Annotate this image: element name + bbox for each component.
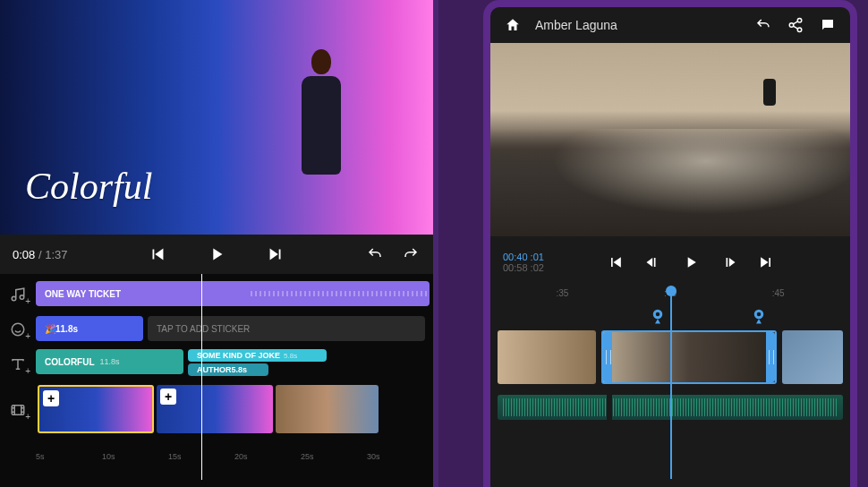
history-controls <box>365 244 421 264</box>
text-clip-joke[interactable]: SOME KIND OF JOKE5.8s <box>188 349 327 362</box>
marker-icon[interactable] <box>751 307 767 327</box>
redo-button[interactable] <box>401 244 421 264</box>
video-preview[interactable]: Colorful <box>0 0 433 235</box>
home-icon[interactable] <box>503 15 523 35</box>
svg-point-3 <box>789 23 794 28</box>
time-display: 0:08 / 1:37 <box>13 248 67 261</box>
text-icon[interactable]: + <box>0 349 36 380</box>
playback-controls <box>544 253 838 271</box>
playback-controls <box>76 244 356 264</box>
trim-handle-left[interactable] <box>603 332 612 382</box>
add-sticker-prompt[interactable]: TAP TO ADD STICKER <box>148 316 425 341</box>
play-button[interactable] <box>682 253 700 271</box>
sticker-track: + 🎉 11.8s TAP TO ADD STICKER <box>0 314 433 345</box>
frame-back-button[interactable] <box>644 253 662 271</box>
video-preview[interactable] <box>490 43 850 236</box>
comment-icon[interactable] <box>818 15 838 35</box>
project-title: Amber Laguna <box>535 18 741 32</box>
preview-subject <box>290 49 353 206</box>
play-button[interactable] <box>207 244 226 264</box>
audio-clip[interactable]: ONE WAY TICKET <box>36 281 430 306</box>
svg-point-2 <box>797 19 802 23</box>
svg-point-0 <box>12 323 24 336</box>
audio-clip-divider <box>607 395 612 420</box>
add-clip-button[interactable]: + <box>160 389 176 405</box>
preview-surfer <box>752 79 787 128</box>
video-clip-3[interactable] <box>276 385 379 433</box>
playback-bar: 0:08 / 1:37 <box>0 235 433 274</box>
svg-point-6 <box>656 312 660 317</box>
timeline: + ONE WAY TICKET + 🎉 11.8s TAP TO ADD ST… <box>0 274 433 461</box>
frame-fwd-button[interactable] <box>719 253 737 271</box>
audio-track: + ONE WAY TICKET <box>0 279 433 310</box>
editor-app-left: Colorful 0:08 / 1:37 + ONE WAY TICKET <box>0 0 438 487</box>
video-icon[interactable]: + <box>0 395 36 425</box>
video-clip-1[interactable]: + 35.8s <box>38 385 154 433</box>
video-clip-1[interactable] <box>498 330 596 384</box>
svg-rect-1 <box>12 406 24 415</box>
music-icon[interactable]: + <box>0 279 36 310</box>
video-clip-2-selected[interactable] <box>601 330 777 384</box>
app-header: Amber Laguna <box>490 7 850 43</box>
video-track: + + 35.8s + <box>0 384 433 436</box>
undo-icon[interactable] <box>753 15 773 35</box>
svg-point-8 <box>757 312 762 317</box>
sticker-icon[interactable]: + <box>0 314 36 345</box>
video-clip-2[interactable]: + <box>157 385 273 433</box>
next-button[interactable] <box>266 244 285 264</box>
playhead[interactable] <box>201 274 202 480</box>
editor-app-right: Amber Laguna 00:40 :01 00:58 :02 :35:40:… <box>483 0 857 487</box>
skip-fwd-button[interactable] <box>757 253 775 271</box>
undo-button[interactable] <box>365 244 385 264</box>
timeline <box>490 305 850 420</box>
video-clip-3[interactable] <box>782 330 843 384</box>
text-clip-author[interactable]: AUTHOR5.8s <box>188 363 268 376</box>
text-track: + COLORFUL11.8s SOME KIND OF JOKE5.8s AU… <box>0 349 433 380</box>
add-clip-button[interactable]: + <box>43 390 59 406</box>
text-clip-main[interactable]: COLORFUL11.8s <box>36 349 183 374</box>
prev-button[interactable] <box>148 244 167 264</box>
playback-bar: 00:40 :01 00:58 :02 <box>490 236 850 288</box>
skip-back-button[interactable] <box>607 253 625 271</box>
marker-icon[interactable] <box>650 307 666 327</box>
playhead[interactable] <box>670 291 672 479</box>
timecode-display: 00:40 :01 00:58 :02 <box>503 252 544 273</box>
time-ruler: 5s10s15s20s25s30s <box>0 452 433 461</box>
preview-wave <box>490 129 850 236</box>
title-overlay: Colorful <box>25 165 152 208</box>
trim-handle-right[interactable] <box>766 332 775 382</box>
sticker-clip[interactable]: 🎉 11.8s <box>36 316 143 341</box>
share-icon[interactable] <box>786 15 805 35</box>
svg-point-4 <box>797 28 802 32</box>
